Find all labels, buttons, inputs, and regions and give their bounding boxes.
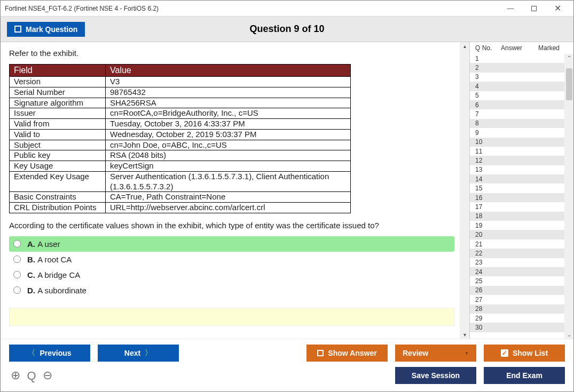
question-list-row[interactable]: 17 (470, 202, 564, 211)
question-list-row[interactable]: 1 (470, 54, 564, 63)
question-list-row[interactable]: 9 (470, 128, 564, 137)
question-list-row[interactable]: 16 (470, 193, 564, 202)
option-label: A. A user (27, 239, 60, 249)
question-list-row[interactable]: 15 (470, 183, 564, 193)
scroll-thumb[interactable] (566, 68, 572, 100)
cert-row: Signature algorithmSHA256RSA (10, 98, 351, 108)
option-label: C. A bridge CA (27, 270, 80, 279)
cert-row: CRL Distribution PointsURL=http://webser… (10, 203, 351, 213)
question-scrollbar[interactable]: ▴ ▾ (460, 42, 469, 339)
answer-option[interactable]: B. A root CA (9, 252, 454, 267)
cert-row: VersionV3 (10, 77, 351, 87)
scroll-up-icon[interactable]: ▴ (463, 42, 466, 50)
answer-option[interactable]: C. A bridge CA (9, 267, 454, 283)
question-list-row[interactable]: 25 (470, 276, 564, 285)
question-list: 1234567891011121314151617181920212223242… (470, 54, 564, 332)
question-list-row[interactable]: 24 (470, 267, 564, 276)
question-list-row[interactable]: 27 (470, 295, 564, 304)
list-scrollbar[interactable]: ⌃ ⌄ (564, 54, 573, 339)
cert-value: RSA (2048 bits) (106, 150, 351, 161)
cert-field: Subject (10, 140, 106, 150)
review-button[interactable]: Review ▼ (395, 345, 476, 362)
question-list-row[interactable]: 19 (470, 221, 564, 230)
end-exam-button[interactable]: End Exam (484, 367, 565, 384)
question-list-row[interactable]: 20 (470, 230, 564, 239)
cert-row: Basic ConstraintsCA=True, Path Constrain… (10, 192, 351, 203)
scroll-down-icon[interactable]: ▾ (463, 331, 466, 339)
question-list-row[interactable]: 29 (470, 314, 564, 323)
explanation-panel (9, 308, 454, 326)
question-list-row[interactable]: 10 (470, 138, 564, 147)
cert-field: Serial Number (10, 87, 106, 98)
question-list-row[interactable]: 6 (470, 100, 564, 109)
option-label: B. A root CA (27, 255, 72, 264)
question-list-row[interactable]: 3 (470, 73, 564, 82)
cert-field: Version (10, 77, 106, 87)
previous-label: Previous (40, 349, 71, 357)
scroll-down-icon[interactable]: ⌄ (567, 331, 571, 339)
cert-row: Key UsagekeyCertSign (10, 161, 351, 172)
answer-option[interactable]: A. A user (9, 236, 454, 252)
chevron-right-icon: 〉 (145, 348, 152, 358)
question-list-row[interactable]: 26 (470, 286, 564, 295)
square-icon (531, 6, 537, 11)
zoom-reset-icon[interactable]: Q (25, 369, 38, 383)
question-list-row[interactable]: 30 (470, 323, 564, 332)
mark-question-button[interactable]: Mark Question (7, 22, 85, 37)
header-answer: Answer (501, 44, 538, 52)
question-list-row[interactable]: 5 (470, 91, 564, 100)
save-session-button[interactable]: Save Session (395, 367, 476, 384)
checkbox-icon (14, 26, 21, 33)
maximize-button[interactable] (522, 1, 546, 16)
previous-button[interactable]: 〈 Previous (9, 345, 90, 362)
cert-value: 98765432 (106, 87, 351, 98)
cert-header-value: Value (106, 65, 351, 77)
zoom-controls: ⊕ Q ⊖ (9, 369, 54, 382)
checkbox-icon (317, 350, 324, 356)
exhibit-intro: Refer to the exhibit. (9, 49, 454, 58)
cert-value: cn=John Doe, o=ABC, Inc.,c=US (106, 140, 351, 150)
cert-value: Tuesday, October 3, 2016 4:33:37 PM (106, 119, 351, 130)
question-list-row[interactable]: 18 (470, 212, 564, 221)
question-list-row[interactable]: 28 (470, 305, 564, 314)
next-button[interactable]: Next 〉 (98, 345, 179, 362)
question-list-row[interactable]: 2 (470, 63, 564, 72)
cert-row: Subjectcn=John Doe, o=ABC, Inc.,c=US (10, 140, 351, 150)
zoom-in-icon[interactable]: ⊕ (9, 369, 22, 382)
scroll-track[interactable] (460, 50, 469, 331)
show-list-button[interactable]: ✓ Show List (484, 345, 565, 362)
cert-field: Signature algorithm (10, 98, 106, 108)
question-list-row[interactable]: 22 (470, 249, 564, 258)
question-list-row[interactable]: 12 (470, 156, 564, 165)
question-list-row[interactable]: 7 (470, 109, 564, 118)
cert-header-field: Field (10, 65, 106, 77)
toolbar: Mark Question Question 9 of 10 (1, 17, 573, 42)
question-list-row[interactable]: 23 (470, 258, 564, 267)
question-text: According to the certificate values show… (9, 221, 454, 230)
chevron-left-icon: 〈 (28, 348, 35, 358)
cert-field: Extended Key Usage (10, 171, 106, 192)
cert-field: CRL Distribution Points (10, 203, 106, 213)
answer-options: A. A userB. A root CAC. A bridge CAD. A … (9, 236, 454, 298)
cert-value: V3 (106, 77, 351, 87)
question-list-row[interactable]: 4 (470, 82, 564, 91)
question-list-row[interactable]: 13 (470, 165, 564, 174)
question-list-row[interactable]: 8 (470, 119, 564, 128)
cert-value: Wednesday, October 2, 2019 5:03:37 PM (106, 129, 351, 140)
zoom-out-icon[interactable]: ⊖ (41, 369, 54, 382)
question-pane: Refer to the exhibit. Field Value Versio… (1, 42, 469, 339)
question-list-row[interactable]: 11 (470, 147, 564, 156)
show-answer-label: Show Answer (328, 349, 376, 357)
cert-value: CA=True, Path Constraint=None (106, 192, 351, 203)
minimize-button[interactable]: — (499, 1, 522, 16)
question-list-row[interactable]: 14 (470, 174, 564, 183)
show-answer-button[interactable]: Show Answer (306, 345, 388, 362)
question-list-row[interactable]: 21 (470, 239, 564, 249)
scroll-up-icon[interactable]: ⌃ (567, 54, 571, 62)
close-button[interactable]: ✕ (546, 1, 569, 16)
answer-option[interactable]: D. A subordinate (9, 283, 454, 298)
check-icon: ✓ (501, 349, 508, 357)
question-content: Refer to the exhibit. Field Value Versio… (9, 49, 469, 332)
question-list-header: Q No. Answer Marked (470, 42, 573, 54)
cert-field: Basic Constraints (10, 192, 106, 203)
